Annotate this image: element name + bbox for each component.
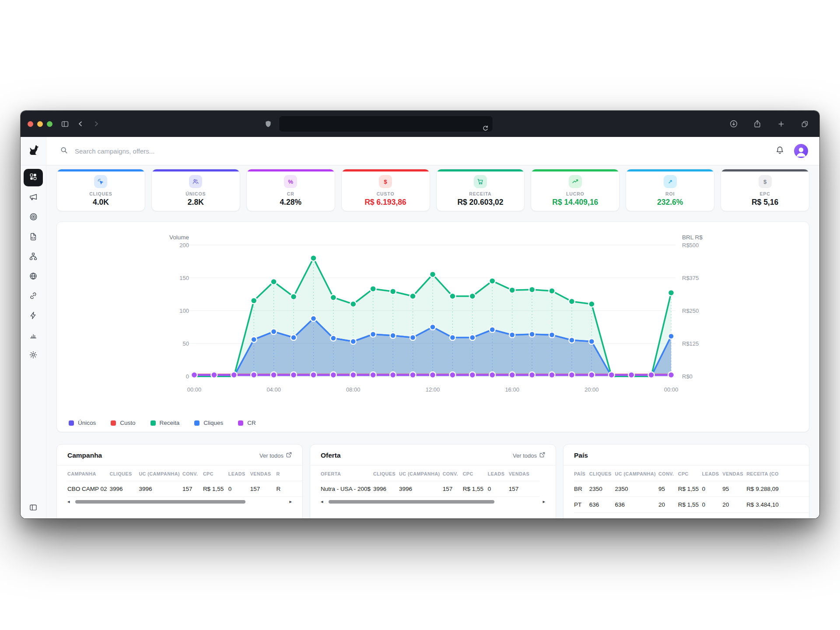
svg-text:08:00: 08:00 (346, 386, 360, 393)
column-header: VENDAS (250, 466, 276, 481)
tab-overview-icon[interactable] (798, 118, 811, 130)
data-table: OFERTACLIQUESUC (CAMPANHA)CONV.CPCLEADSV… (321, 466, 539, 497)
bell-icon[interactable] (775, 146, 784, 157)
legend-label: Cliques (203, 420, 223, 426)
refresh-icon[interactable] (482, 125, 489, 133)
scrollbar-thumb[interactable] (329, 500, 494, 504)
close-button[interactable] (28, 121, 33, 127)
ver-todos-label: Ver todos (259, 452, 284, 459)
table-cell: 157 (182, 481, 203, 497)
legend-item-cliques[interactable]: Cliques (194, 420, 223, 426)
legend-item-receita[interactable]: Receita (150, 420, 180, 426)
legend-swatch (150, 420, 156, 426)
share-icon[interactable] (751, 118, 763, 130)
kpi-accent-bar (247, 169, 335, 172)
kpi-value: R$ 20.603,02 (457, 198, 503, 207)
table-title: País (574, 452, 588, 459)
kpi-card-cliques: CLIQUES 4.0K (56, 169, 145, 211)
sidebar-collapse-button[interactable] (29, 503, 38, 514)
column-header: UC (CAMPANHA) (139, 466, 182, 481)
sidebar-item-dashboard[interactable] (24, 169, 43, 186)
column-header: UC (CAMPANHA) (615, 466, 659, 481)
table-cell: 157 (250, 481, 276, 497)
kpi-value: 4.0K (93, 198, 109, 207)
search-input[interactable] (74, 147, 259, 155)
table-cell: 3996 (139, 481, 182, 497)
ver-todos-link[interactable]: Ver todos (259, 452, 292, 459)
scroll-right-icon[interactable]: ▸ (289, 499, 292, 504)
table-row: BR2350235095R$ 1,55095R$ 9.288,09 (574, 481, 809, 497)
traffic-chart: 0R$050R$125100R$250150R$375200R$500Volum… (57, 222, 810, 432)
kpi-label: ROI (665, 191, 675, 196)
column-header: CLIQUES (589, 466, 615, 481)
column-header: CPC (203, 466, 228, 481)
downloads-icon[interactable] (728, 118, 740, 130)
sidebar-item-file-code[interactable] (24, 228, 43, 247)
dollar-icon: $ (379, 175, 392, 188)
megaphone-icon (29, 192, 38, 203)
column-header: UC (CAMPANHA) (399, 466, 443, 481)
minimize-button[interactable] (37, 121, 43, 127)
horizontal-scrollbar: ◂ ▸ (321, 499, 545, 504)
app-logo[interactable] (21, 137, 46, 165)
kpi-accent-bar (342, 169, 430, 172)
dashboard-icon (29, 172, 38, 183)
column-header: LEADS (488, 466, 509, 481)
table-cell: BR (574, 481, 589, 497)
arrow-up-right-icon: ↗ (664, 175, 677, 188)
table-row: PT63663620R$ 1,55020R$ 3.484,10 (574, 497, 809, 513)
sidebar-item-megaphone[interactable] (24, 188, 43, 208)
scroll-left-icon[interactable]: ◂ (321, 499, 323, 504)
svg-text:200: 200 (179, 242, 189, 248)
collapse-panel-icon (29, 506, 38, 513)
kpi-card-receita: RECEITA R$ 20.603,02 (436, 169, 525, 211)
sidebar-item-link[interactable] (24, 287, 43, 306)
sidebar-item-gear[interactable] (24, 346, 43, 365)
legend-item-custo[interactable]: Custo (111, 420, 135, 426)
table-cell: CBO CAMP 02 (67, 481, 110, 497)
svg-text:R$500: R$500 (682, 242, 699, 248)
legend-item-únicos[interactable]: Únicos (69, 420, 96, 426)
sidebar-item-globe[interactable] (24, 267, 43, 287)
new-tab-icon[interactable] (775, 118, 787, 130)
ver-todos-link[interactable]: Ver todos (513, 452, 545, 459)
kpi-card-lucro: LUCRO R$ 14.409,16 (531, 169, 620, 211)
zoom-button[interactable] (47, 121, 52, 127)
column-header: OFERTA (321, 466, 373, 481)
svg-text:20:00: 20:00 (584, 386, 599, 393)
forward-icon[interactable] (90, 118, 102, 130)
svg-text:16:00: 16:00 (505, 386, 519, 393)
sidebar-item-target[interactable] (24, 208, 43, 228)
column-header: CONV. (182, 466, 203, 481)
sidebar-item-bar-chart[interactable] (24, 326, 43, 346)
table-cell: 2350 (615, 481, 659, 497)
shield-icon[interactable] (262, 118, 274, 130)
sidebar (21, 165, 46, 518)
column-header: CLIQUES (373, 466, 399, 481)
sidebar-item-sitemap[interactable] (24, 247, 43, 267)
scroll-right-icon[interactable]: ▸ (542, 499, 545, 504)
scroll-left-icon[interactable]: ◂ (67, 499, 70, 504)
chart-card: 0R$050R$125100R$250150R$375200R$500Volum… (56, 221, 809, 432)
legend-label: CR (247, 420, 256, 426)
scrollbar-track[interactable] (327, 500, 539, 504)
scrollbar-track[interactable] (74, 500, 286, 504)
column-header: RECEITA (CO (746, 466, 809, 481)
bar-chart-icon (29, 331, 38, 341)
table-cell: Nutra - USA - 200$ (321, 481, 373, 497)
table-cell: R$ 1,55 (463, 481, 488, 497)
legend-item-cr[interactable]: CR (238, 420, 256, 426)
column-header: R (276, 466, 302, 481)
dog-logo-icon (27, 144, 40, 158)
kpi-accent-bar (57, 169, 145, 172)
back-icon[interactable] (74, 118, 87, 130)
sidebar-item-bolt[interactable] (24, 306, 43, 326)
legend-swatch (111, 420, 116, 426)
url-input[interactable] (279, 116, 493, 132)
column-header: CONV. (443, 466, 463, 481)
kpi-value: 2.8K (188, 198, 204, 207)
avatar[interactable] (794, 144, 808, 158)
table-cell: 20 (722, 497, 746, 513)
sidebar-toggle-icon[interactable] (59, 118, 71, 130)
scrollbar-thumb[interactable] (75, 500, 245, 504)
